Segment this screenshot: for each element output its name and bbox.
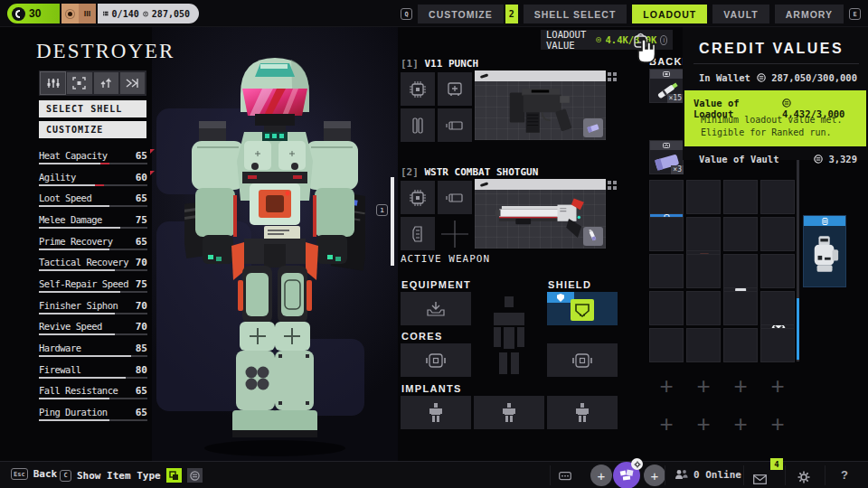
backpack-empty-cell[interactable] <box>686 291 721 325</box>
weapon2-mod-slot-chip[interactable] <box>401 181 435 214</box>
core-slot-right[interactable] <box>547 343 618 377</box>
stat-label: Prime Recovery <box>39 236 113 247</box>
player-avatar[interactable] <box>613 462 640 488</box>
stat-label: Loot Speed <box>39 192 91 203</box>
weapon1-preview[interactable] <box>475 70 606 140</box>
backpack-item-pack[interactable]: ×3 <box>649 140 684 174</box>
backpack-empty-cell[interactable] <box>686 180 721 214</box>
vault-row-value: 3,329 <box>814 154 857 164</box>
backpack-empty-cell[interactable] <box>760 254 795 288</box>
back-label: Back <box>33 468 58 480</box>
weapon1-mod-slot-barrel[interactable] <box>401 108 435 142</box>
backpack-empty-cell[interactable] <box>649 291 684 325</box>
customize-shell-button[interactable]: CUSTOMIZE <box>39 121 146 138</box>
weapon1-mod-slot-magazine[interactable] <box>438 72 472 106</box>
tab-vault[interactable]: VAULT <box>712 5 769 23</box>
info-icon[interactable]: i <box>660 35 667 45</box>
player-level-pill[interactable]: 30 <box>7 4 60 23</box>
weapon2-mod-slot-empty[interactable] <box>438 217 472 250</box>
preview-view-button[interactable] <box>67 72 91 94</box>
select-shell-button[interactable]: SELECT SHELL <box>39 100 146 117</box>
tab-armory[interactable]: ARMORY <box>775 5 844 23</box>
shield-slot[interactable] <box>547 292 618 325</box>
character-viewport[interactable] <box>152 27 398 462</box>
mail-button[interactable]: 4 <box>753 471 767 488</box>
person-icon <box>575 403 590 423</box>
equipment-slot[interactable] <box>401 292 471 325</box>
stat-row-revive-speed: Revive Speed70 <box>39 321 149 341</box>
help-button[interactable]: ? <box>841 468 848 482</box>
weapon2-ammo-strip <box>475 179 606 190</box>
implant-slot-1[interactable] <box>401 396 471 429</box>
online-status[interactable]: 0 Online <box>675 469 741 481</box>
credit-icon <box>143 9 148 19</box>
backpack-empty-cell[interactable] <box>723 254 758 288</box>
top-bar: 30 III 0/140 287,050 Q CUSTOMIZE 2 <box>0 0 868 27</box>
weapon1-mod-slot-muzzle[interactable] <box>438 108 472 142</box>
backpack-scrollbar-thumb[interactable] <box>797 298 799 360</box>
weapon2-ammo-badge[interactable] <box>583 227 603 246</box>
add-friend-slot-button[interactable]: + <box>644 465 665 486</box>
backpack-empty-cell[interactable] <box>760 217 795 251</box>
implant-slot-2[interactable] <box>474 396 544 429</box>
backpack-empty-cell[interactable] <box>649 180 684 214</box>
deploy-view-button[interactable] <box>120 72 145 94</box>
backpack-empty-cell[interactable] <box>760 328 795 362</box>
chat-icon[interactable] <box>559 472 571 482</box>
stat-row-hardware: Hardware85 <box>39 343 149 362</box>
game-logo-icon <box>12 7 25 21</box>
backpack-empty-cell[interactable] <box>686 217 721 251</box>
stat-row-melee-damage: Melee Damage75 <box>39 214 149 234</box>
back-control[interactable]: Esc Back <box>11 468 57 480</box>
backpack-empty-cell[interactable] <box>723 291 758 325</box>
show-item-type-control[interactable]: C Show Item Type <box>60 468 203 483</box>
tab-customize[interactable]: CUSTOMIZE <box>418 5 504 23</box>
stat-label: Hardware <box>39 343 81 353</box>
core-slot-left[interactable] <box>401 343 471 377</box>
backpack-empty-cell[interactable] <box>649 217 684 251</box>
item-type-strip <box>650 70 683 79</box>
item-type-toggle-on[interactable] <box>166 468 182 483</box>
customize-count-badge: 2 <box>505 5 518 23</box>
layers-icon <box>169 471 179 481</box>
backpack-empty-cell[interactable] <box>760 180 795 214</box>
backpack-item-ammo[interactable]: ×15 <box>649 69 684 103</box>
rank-tier: III <box>79 4 96 23</box>
backpack-empty-cell[interactable] <box>649 254 684 288</box>
rank-pill[interactable]: III <box>61 4 96 23</box>
tab-shell-select[interactable]: SHELL SELECT <box>524 5 627 23</box>
tab-loadout[interactable]: LOADOUT <box>632 5 707 23</box>
weapon1-ammo-badge[interactable] <box>583 118 603 137</box>
remove-friend-slot-button[interactable]: + <box>590 465 612 486</box>
wallet-pill[interactable]: 0/140 287,050 <box>98 4 199 23</box>
implant-slot-3[interactable] <box>547 396 618 429</box>
cores-label: CORES <box>401 331 443 342</box>
stat-row-prime-recovery: Prime Recovery65 <box>39 236 149 256</box>
backpack-empty-cell[interactable] <box>760 291 795 325</box>
backpack-empty-cell[interactable] <box>723 328 758 362</box>
backpack-empty-cell[interactable] <box>723 217 758 251</box>
stat-bar <box>39 249 147 250</box>
weapon2-mod-slot-muzzle[interactable] <box>438 181 472 214</box>
backpack-empty-cell[interactable] <box>686 328 721 362</box>
divider <box>693 63 859 64</box>
backpack-empty-cell[interactable] <box>723 180 758 214</box>
backpack-empty-cell[interactable] <box>686 254 721 288</box>
equipped-backpack-slot[interactable] <box>803 215 846 287</box>
avatar-status-badge <box>631 458 643 470</box>
shield-label: SHIELD <box>548 279 591 290</box>
upgrade-view-button[interactable] <box>94 72 118 94</box>
shell-name-title: DESTROYER <box>36 40 175 63</box>
stat-label: Heat Capacity <box>39 150 108 161</box>
weapon2-preview[interactable] <box>475 179 606 249</box>
backpack-empty-cell[interactable] <box>649 328 684 362</box>
backpack-locked-slot: + <box>686 407 721 441</box>
item-count: ×15 <box>667 94 684 103</box>
weapon-list-scrollbar[interactable] <box>391 177 394 266</box>
stats-view-button[interactable] <box>41 72 65 94</box>
settings-button[interactable] <box>797 470 810 487</box>
weapon2-mod-slot-magazine[interactable] <box>401 217 435 250</box>
weapon1-mod-slot-chip[interactable] <box>401 72 435 106</box>
stat-label: Firewall <box>39 364 81 375</box>
credit-value-toggle[interactable] <box>187 468 203 483</box>
